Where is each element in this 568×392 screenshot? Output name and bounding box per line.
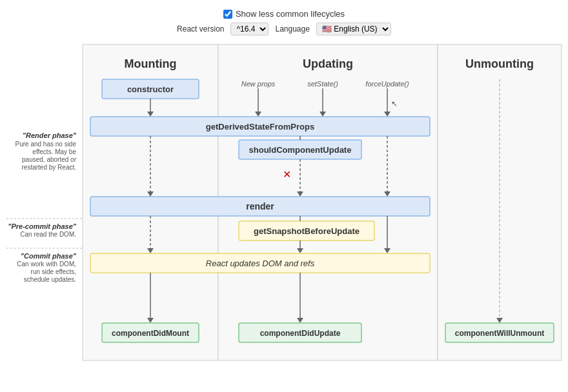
language-select[interactable]: 🇺🇸 English (US) [316,23,391,35]
willunmount-label: componentWillUnmount [455,329,545,338]
language-label: Language [275,24,309,34]
x-mark: ✕ [283,169,291,180]
commit-phase-desc1: Can work with DOM, [17,260,76,268]
shouldupdate-label: shouldComponentUpdate [249,145,352,155]
lifecycle-diagram: Mounting Updating Unmounting "Render pha… [6,44,562,380]
render-phase-desc1: Pure and has no side [15,141,76,148]
getderived-label: getDerivedStateFromProps [206,122,314,132]
precommit-phase-title: "Pre-commit phase" [8,222,77,230]
dom-update-label: React updates DOM and refs [206,259,315,268]
precommit-phase-desc: Can read the DOM. [20,231,76,238]
commit-phase-desc2: run side effects, [31,268,76,275]
selects-row: React version ^16.4 Language 🇺🇸 English … [177,23,391,35]
show-less-checkbox[interactable] [223,10,232,19]
top-controls: Show less common lifecycles React versio… [177,9,391,35]
didmount-label: componentDidMount [112,329,189,338]
cursor-icon: ↖ [391,99,398,108]
setstate-label: setState() [307,80,338,88]
forceupdate-label: forceUpdate() [365,80,409,88]
render-phase-desc3: paused, aborted or [22,156,77,163]
react-version-select[interactable]: ^16.4 [230,23,269,35]
unmounting-title: Unmounting [465,57,534,70]
render-phase-desc2: effects. May be [32,148,76,155]
render-label: render [246,201,274,211]
react-version-label: React version [177,24,224,34]
checkbox-row: Show less common lifecycles [223,9,345,19]
updating-title: Updating [303,57,353,70]
checkbox-label[interactable]: Show less common lifecycles [236,9,345,19]
mounting-title: Mounting [125,57,177,70]
commit-phase-desc3: schedule updates. [24,276,76,283]
diagram-wrapper: Mounting Updating Unmounting "Render pha… [6,44,562,380]
render-phase-desc4: restarted by React. [22,164,76,171]
commit-phase-title: "Commit phase" [21,252,77,260]
didupdate-label: componentDidUpdate [260,329,341,338]
snapshot-label: getSnapshotBeforeUpdate [254,226,360,236]
new-props-label: New props [241,80,276,88]
render-phase-title: "Render phase" [23,132,77,139]
constructor-label: constructor [127,84,174,94]
